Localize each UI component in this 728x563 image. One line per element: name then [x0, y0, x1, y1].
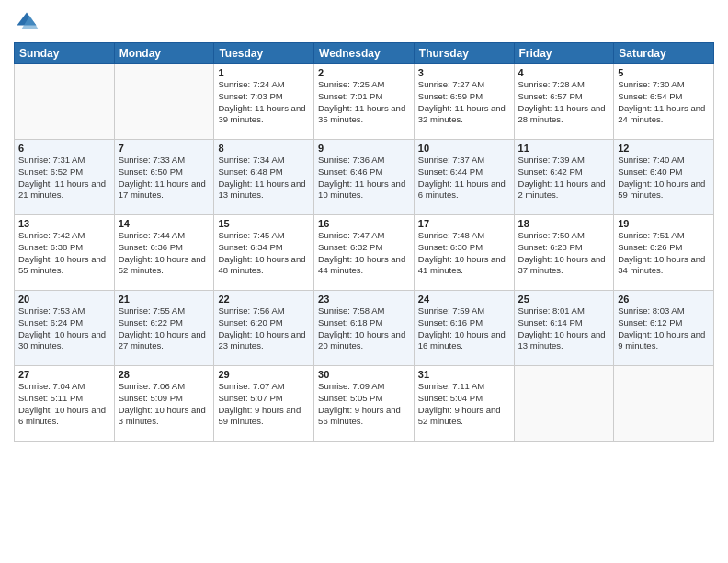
weekday-header: Friday: [514, 43, 614, 64]
day-number: 14: [119, 218, 210, 229]
day-info: Sunrise: 7:42 AM Sunset: 6:38 PM Dayligh…: [18, 230, 110, 277]
day-number: 2: [318, 67, 410, 78]
calendar-day-cell: 2Sunrise: 7:25 AM Sunset: 7:01 PM Daylig…: [314, 64, 415, 140]
day-info: Sunrise: 7:48 AM Sunset: 6:30 PM Dayligh…: [418, 230, 510, 277]
day-info: Sunrise: 7:34 AM Sunset: 6:48 PM Dayligh…: [218, 155, 310, 201]
weekday-header: Wednesday: [314, 43, 415, 64]
calendar-day-cell: 5Sunrise: 7:30 AM Sunset: 6:54 PM Daylig…: [614, 64, 714, 140]
day-number: 10: [418, 143, 510, 154]
logo-icon: [14, 9, 40, 35]
day-number: 15: [218, 218, 310, 229]
day-number: 3: [418, 67, 510, 78]
day-info: Sunrise: 7:53 AM Sunset: 6:24 PM Dayligh…: [18, 305, 110, 352]
calendar-day-cell: 21Sunrise: 7:55 AM Sunset: 6:22 PM Dayli…: [114, 291, 214, 366]
calendar-header-row: SundayMondayTuesdayWednesdayThursdayFrid…: [15, 43, 714, 64]
day-info: Sunrise: 7:09 AM Sunset: 5:05 PM Dayligh…: [318, 381, 410, 428]
calendar-day-cell: [15, 64, 115, 140]
day-number: 6: [18, 143, 110, 154]
calendar-day-cell: 28Sunrise: 7:06 AM Sunset: 5:09 PM Dayli…: [114, 366, 214, 442]
day-info: Sunrise: 7:56 AM Sunset: 6:20 PM Dayligh…: [218, 305, 310, 352]
weekday-header: Thursday: [414, 43, 514, 64]
calendar-day-cell: 8Sunrise: 7:34 AM Sunset: 6:48 PM Daylig…: [214, 140, 314, 215]
day-number: 13: [18, 218, 110, 229]
calendar-day-cell: 18Sunrise: 7:50 AM Sunset: 6:28 PM Dayli…: [514, 215, 614, 291]
weekday-header: Tuesday: [214, 43, 314, 64]
day-info: Sunrise: 7:31 AM Sunset: 6:52 PM Dayligh…: [18, 155, 110, 201]
day-info: Sunrise: 7:39 AM Sunset: 6:42 PM Dayligh…: [518, 155, 610, 201]
day-number: 4: [518, 67, 610, 78]
day-number: 9: [318, 143, 410, 154]
day-number: 20: [18, 293, 110, 304]
calendar-week-row: 13Sunrise: 7:42 AM Sunset: 6:38 PM Dayli…: [15, 215, 714, 291]
calendar-table: SundayMondayTuesdayWednesdayThursdayFrid…: [14, 42, 714, 442]
calendar-day-cell: [114, 64, 214, 140]
day-info: Sunrise: 7:06 AM Sunset: 5:09 PM Dayligh…: [119, 381, 210, 428]
day-info: Sunrise: 7:24 AM Sunset: 7:03 PM Dayligh…: [218, 79, 310, 126]
day-number: 22: [218, 293, 310, 304]
calendar-week-row: 27Sunrise: 7:04 AM Sunset: 5:11 PM Dayli…: [15, 366, 714, 442]
day-info: Sunrise: 7:33 AM Sunset: 6:50 PM Dayligh…: [119, 155, 210, 201]
day-number: 8: [218, 143, 310, 154]
calendar-day-cell: 16Sunrise: 7:47 AM Sunset: 6:32 PM Dayli…: [314, 215, 415, 291]
day-info: Sunrise: 7:36 AM Sunset: 6:46 PM Dayligh…: [318, 155, 410, 201]
day-info: Sunrise: 7:59 AM Sunset: 6:16 PM Dayligh…: [418, 305, 510, 352]
header: [14, 9, 714, 35]
calendar-week-row: 1Sunrise: 7:24 AM Sunset: 7:03 PM Daylig…: [15, 64, 714, 140]
calendar-day-cell: 10Sunrise: 7:37 AM Sunset: 6:44 PM Dayli…: [414, 140, 514, 215]
weekday-header: Monday: [114, 43, 214, 64]
day-info: Sunrise: 7:07 AM Sunset: 5:07 PM Dayligh…: [218, 381, 310, 428]
day-info: Sunrise: 8:01 AM Sunset: 6:14 PM Dayligh…: [518, 305, 610, 352]
calendar-day-cell: 23Sunrise: 7:58 AM Sunset: 6:18 PM Dayli…: [314, 291, 415, 366]
day-number: 7: [119, 143, 210, 154]
calendar-day-cell: [514, 366, 614, 442]
day-number: 11: [518, 143, 610, 154]
day-number: 23: [318, 293, 410, 304]
day-number: 16: [318, 218, 410, 229]
calendar-day-cell: 26Sunrise: 8:03 AM Sunset: 6:12 PM Dayli…: [614, 291, 714, 366]
day-info: Sunrise: 7:27 AM Sunset: 6:59 PM Dayligh…: [418, 79, 510, 126]
calendar-day-cell: [614, 366, 714, 442]
calendar-day-cell: 30Sunrise: 7:09 AM Sunset: 5:05 PM Dayli…: [314, 366, 415, 442]
day-number: 21: [119, 293, 210, 304]
calendar-day-cell: 1Sunrise: 7:24 AM Sunset: 7:03 PM Daylig…: [214, 64, 314, 140]
calendar-day-cell: 20Sunrise: 7:53 AM Sunset: 6:24 PM Dayli…: [15, 291, 115, 366]
calendar-day-cell: 15Sunrise: 7:45 AM Sunset: 6:34 PM Dayli…: [214, 215, 314, 291]
day-number: 12: [618, 143, 710, 154]
calendar-day-cell: 12Sunrise: 7:40 AM Sunset: 6:40 PM Dayli…: [614, 140, 714, 215]
day-number: 5: [618, 67, 710, 78]
calendar-day-cell: 14Sunrise: 7:44 AM Sunset: 6:36 PM Dayli…: [114, 215, 214, 291]
logo: [14, 9, 41, 35]
calendar-day-cell: 11Sunrise: 7:39 AM Sunset: 6:42 PM Dayli…: [514, 140, 614, 215]
day-number: 1: [218, 67, 310, 78]
day-info: Sunrise: 7:50 AM Sunset: 6:28 PM Dayligh…: [518, 230, 610, 277]
day-info: Sunrise: 7:55 AM Sunset: 6:22 PM Dayligh…: [119, 305, 210, 352]
day-number: 30: [318, 369, 410, 380]
day-number: 24: [418, 293, 510, 304]
day-info: Sunrise: 7:40 AM Sunset: 6:40 PM Dayligh…: [618, 155, 710, 201]
calendar-day-cell: 27Sunrise: 7:04 AM Sunset: 5:11 PM Dayli…: [15, 366, 115, 442]
day-number: 29: [218, 369, 310, 380]
day-info: Sunrise: 7:58 AM Sunset: 6:18 PM Dayligh…: [318, 305, 410, 352]
calendar-day-cell: 9Sunrise: 7:36 AM Sunset: 6:46 PM Daylig…: [314, 140, 415, 215]
calendar-day-cell: 22Sunrise: 7:56 AM Sunset: 6:20 PM Dayli…: [214, 291, 314, 366]
day-number: 28: [119, 369, 210, 380]
day-info: Sunrise: 7:28 AM Sunset: 6:57 PM Dayligh…: [518, 79, 610, 126]
day-number: 19: [618, 218, 710, 229]
day-info: Sunrise: 7:47 AM Sunset: 6:32 PM Dayligh…: [318, 230, 410, 277]
calendar-week-row: 6Sunrise: 7:31 AM Sunset: 6:52 PM Daylig…: [15, 140, 714, 215]
day-info: Sunrise: 7:44 AM Sunset: 6:36 PM Dayligh…: [119, 230, 210, 277]
day-info: Sunrise: 7:11 AM Sunset: 5:04 PM Dayligh…: [418, 381, 510, 428]
day-number: 27: [18, 369, 110, 380]
day-info: Sunrise: 7:04 AM Sunset: 5:11 PM Dayligh…: [18, 381, 110, 428]
day-number: 25: [518, 293, 610, 304]
day-number: 26: [618, 293, 710, 304]
calendar-day-cell: 13Sunrise: 7:42 AM Sunset: 6:38 PM Dayli…: [15, 215, 115, 291]
calendar-day-cell: 24Sunrise: 7:59 AM Sunset: 6:16 PM Dayli…: [414, 291, 514, 366]
calendar-day-cell: 3Sunrise: 7:27 AM Sunset: 6:59 PM Daylig…: [414, 64, 514, 140]
page: SundayMondayTuesdayWednesdayThursdayFrid…: [0, 0, 728, 563]
calendar-day-cell: 6Sunrise: 7:31 AM Sunset: 6:52 PM Daylig…: [15, 140, 115, 215]
calendar-day-cell: 29Sunrise: 7:07 AM Sunset: 5:07 PM Dayli…: [214, 366, 314, 442]
day-number: 18: [518, 218, 610, 229]
weekday-header: Saturday: [614, 43, 714, 64]
day-info: Sunrise: 7:37 AM Sunset: 6:44 PM Dayligh…: [418, 155, 510, 201]
